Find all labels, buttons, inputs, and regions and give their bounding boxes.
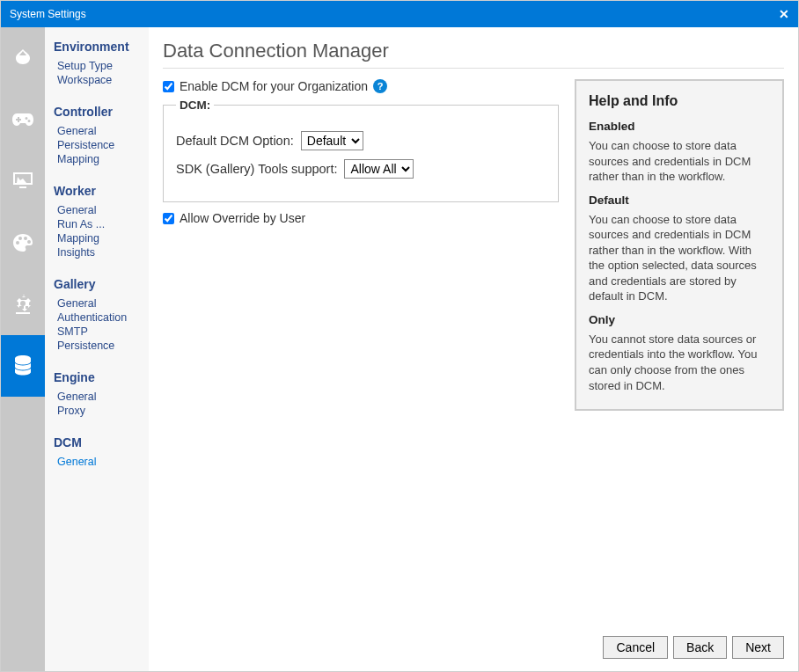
palette-icon — [11, 232, 34, 253]
iconbar — [1, 27, 45, 671]
iconbar-gallery[interactable] — [1, 212, 45, 274]
nav-item[interactable]: Authentication — [54, 310, 140, 325]
help-section-title: Enabled — [589, 120, 770, 133]
settings-window: System Settings ✕ — [0, 0, 799, 672]
nav-title-engine[interactable]: Engine — [54, 370, 140, 384]
help-icon[interactable]: ? — [373, 79, 387, 93]
nav-title-environment[interactable]: Environment — [54, 40, 140, 54]
nav-section-environment: Environment Setup Type Workspace — [54, 40, 140, 87]
help-section-body: You can choose to store data sources and… — [589, 212, 770, 304]
nav-section-controller: Controller General Persistence Mapping — [54, 105, 140, 166]
sidebar: Environment Setup Type Workspace Control… — [45, 27, 149, 671]
help-section-title: Only — [589, 313, 770, 326]
nav-item[interactable]: Setup Type — [54, 59, 140, 73]
iconbar-environment[interactable] — [1, 27, 45, 89]
nav-section-dcm: DCM General — [54, 435, 140, 469]
nav-item[interactable]: General — [54, 296, 140, 310]
nav-title-gallery[interactable]: Gallery — [54, 277, 140, 291]
nav-section-engine: Engine General Proxy — [54, 370, 140, 418]
nav-item[interactable]: Workspace — [54, 73, 140, 87]
enable-dcm-checkbox[interactable] — [163, 81, 174, 92]
nav-title-controller[interactable]: Controller — [54, 105, 140, 119]
main: Data Connection Manager Enable DCM for y… — [149, 27, 798, 671]
default-option-row: Default DCM Option: Default — [176, 131, 546, 150]
dcm-fieldset: DCM: Default DCM Option: Default SDK (Ga… — [163, 99, 559, 202]
nav-item[interactable]: General — [54, 203, 140, 217]
nav-title-dcm[interactable]: DCM — [54, 435, 140, 449]
back-button[interactable]: Back — [673, 636, 727, 659]
nav-item[interactable]: Run As ... — [54, 217, 140, 231]
footer: Cancel Back Next — [163, 627, 784, 659]
nav-item[interactable]: Insights — [54, 245, 140, 259]
leaf-icon — [12, 47, 33, 69]
help-section-title: Default — [589, 194, 770, 207]
sdk-row: SDK (Gallery) Tools support: Allow All — [176, 159, 546, 179]
override-checkbox[interactable] — [163, 213, 174, 224]
override-row[interactable]: Allow Override by User — [163, 211, 559, 225]
nav-item[interactable]: Mapping — [54, 152, 140, 166]
enable-dcm-label: Enable DCM for your Organization — [180, 79, 368, 93]
content-row: Enable DCM for your Organization ? DCM: … — [163, 79, 784, 411]
nav-item[interactable]: SMTP — [54, 325, 140, 339]
default-option-label: Default DCM Option: — [176, 134, 294, 148]
nav-item[interactable]: General — [54, 124, 140, 138]
body: Environment Setup Type Workspace Control… — [1, 27, 798, 671]
nav-title-worker[interactable]: Worker — [54, 184, 140, 198]
sdk-select[interactable]: Allow All — [344, 159, 414, 179]
help-panel: Help and Info Enabled You can choose to … — [575, 79, 784, 411]
help-section-body: You can choose to store data sources and… — [589, 138, 770, 185]
window-title: System Settings — [10, 8, 86, 20]
nav-item[interactable]: General — [54, 390, 140, 404]
iconbar-engine[interactable] — [1, 274, 45, 335]
nav-section-gallery: Gallery General Authentication SMTP Pers… — [54, 277, 140, 353]
iconbar-dcm[interactable] — [1, 335, 45, 397]
close-icon[interactable]: ✕ — [779, 7, 789, 21]
cancel-button[interactable]: Cancel — [603, 636, 668, 659]
nav-item[interactable]: Mapping — [54, 231, 140, 245]
nav-item[interactable]: General — [54, 455, 140, 469]
default-option-select[interactable]: Default — [301, 131, 363, 150]
nav-item[interactable]: Persistence — [54, 339, 140, 353]
monitor-icon — [11, 171, 34, 192]
engine-icon — [12, 293, 33, 316]
controller-icon — [11, 111, 34, 128]
page-title: Data Connection Manager — [163, 40, 784, 69]
titlebar: System Settings ✕ — [1, 1, 798, 27]
iconbar-controller[interactable] — [1, 89, 45, 150]
help-heading: Help and Info — [589, 93, 770, 109]
nav-item[interactable]: Proxy — [54, 404, 140, 418]
dcm-legend: DCM: — [176, 99, 214, 112]
sdk-label: SDK (Gallery) Tools support: — [176, 162, 337, 176]
next-button[interactable]: Next — [732, 636, 784, 659]
nav-section-worker: Worker General Run As ... Mapping Insigh… — [54, 184, 140, 259]
nav-item[interactable]: Persistence — [54, 138, 140, 152]
database-icon — [12, 354, 33, 377]
override-label: Allow Override by User — [180, 211, 305, 225]
iconbar-worker[interactable] — [1, 150, 45, 212]
help-section-body: You cannot store data sources or credent… — [589, 332, 770, 393]
form-area: Enable DCM for your Organization ? DCM: … — [163, 79, 559, 230]
enable-dcm-row[interactable]: Enable DCM for your Organization ? — [163, 79, 559, 93]
